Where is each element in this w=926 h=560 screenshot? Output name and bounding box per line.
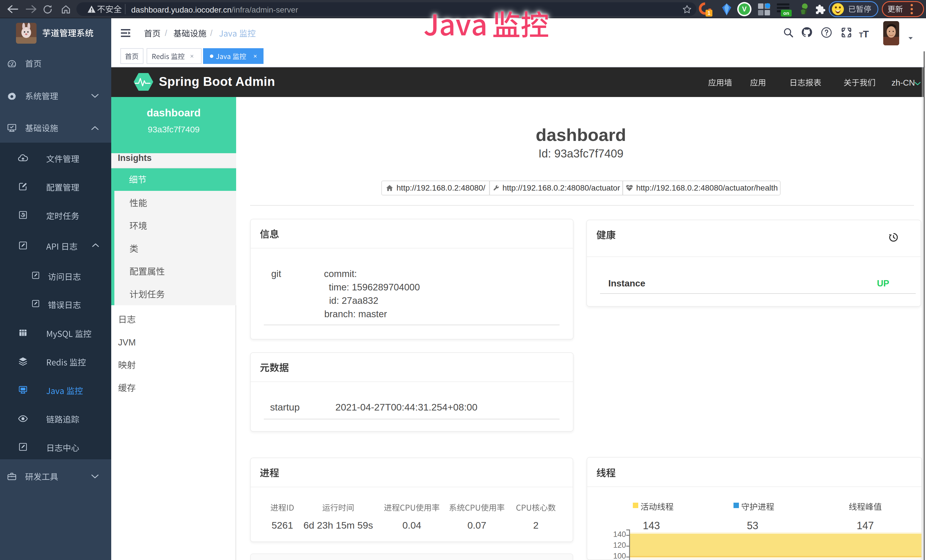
svg-text:1: 1 [708, 10, 710, 16]
svg-text:V: V [742, 5, 747, 13]
svg-text:on: on [784, 11, 790, 16]
